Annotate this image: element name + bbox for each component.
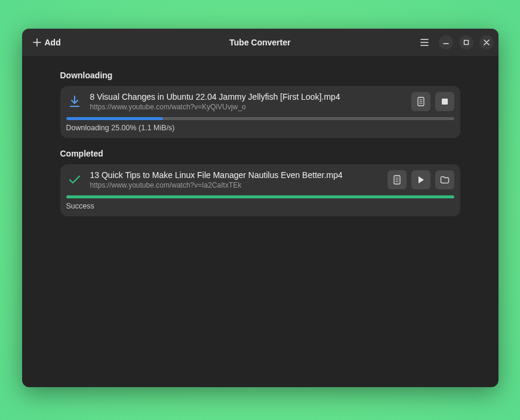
download-item-url: https://www.youtube.com/watch?v=KyQiVUvj… (90, 103, 404, 111)
window-title: Tube Converter (229, 38, 290, 47)
completed-progress-bar (66, 195, 454, 198)
download-icon (66, 95, 83, 108)
download-progress-bar (66, 117, 454, 120)
completed-item-url: https://www.youtube.com/watch?v=Ia2CaItx… (90, 181, 380, 189)
maximize-icon (463, 39, 469, 45)
download-card: 8 Visual Changes in Ubuntu 22.04 Jammy J… (60, 86, 460, 138)
close-icon (484, 39, 490, 45)
stop-button[interactable] (435, 92, 454, 111)
plus-icon (33, 38, 41, 47)
open-folder-button[interactable] (435, 170, 454, 189)
download-progress-fill (66, 117, 164, 120)
minimize-icon (443, 39, 449, 45)
downloading-section-title: Downloading (60, 70, 460, 80)
add-button-label: Add (45, 38, 61, 47)
hamburger-menu-button[interactable] (416, 34, 433, 51)
close-button[interactable] (479, 35, 494, 50)
log-icon (417, 97, 425, 106)
folder-icon (440, 176, 450, 184)
completed-status: Success (66, 202, 454, 210)
svg-rect-2 (442, 99, 448, 105)
log-icon (393, 175, 401, 185)
app-window: Add Tube Converter (22, 29, 499, 387)
completed-progress-fill (66, 195, 454, 198)
completed-section-title: Completed (60, 149, 460, 158)
view-log-button-2[interactable] (387, 170, 407, 189)
add-button[interactable]: Add (27, 34, 67, 51)
content-area: Downloading 8 Visual Changes in Ubuntu 2… (22, 56, 499, 387)
completed-card: 13 Quick Tips to Make Linux File Manager… (60, 164, 460, 216)
download-item-title: 8 Visual Changes in Ubuntu 22.04 Jammy J… (90, 92, 404, 102)
window-controls (416, 34, 494, 51)
download-status: Downloading 25.00% (1.1 MiB/s) (66, 124, 454, 132)
minimize-button[interactable] (439, 35, 453, 50)
view-log-button[interactable] (411, 92, 430, 111)
play-button[interactable] (411, 170, 430, 189)
checkmark-icon (66, 174, 83, 185)
stop-icon (441, 98, 448, 105)
titlebar: Add Tube Converter (22, 29, 499, 56)
completed-item-title: 13 Quick Tips to Make Linux File Manager… (90, 170, 380, 180)
svg-rect-0 (464, 41, 468, 45)
hamburger-icon (420, 39, 429, 46)
maximize-button[interactable] (459, 35, 473, 50)
play-icon (417, 176, 424, 184)
